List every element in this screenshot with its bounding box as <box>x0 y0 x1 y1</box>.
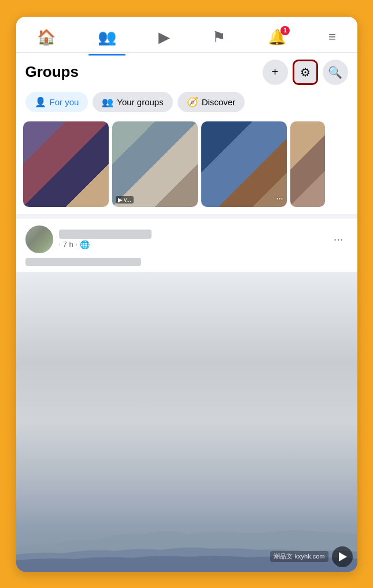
nav-menu[interactable]: ≡ <box>319 26 345 48</box>
section-divider <box>16 214 357 219</box>
thumbnails-section: ▶ v... ··· <box>16 118 357 214</box>
gear-icon: ⚙ <box>300 65 311 79</box>
header-actions: + ⚙ 🔍 <box>263 60 348 85</box>
tab-your-groups[interactable]: 👥 Your groups <box>93 92 172 112</box>
person-icon: 👤 <box>35 97 46 108</box>
thumbnail-overlay-label: ▶ v... <box>116 196 134 204</box>
nav-home[interactable]: 🏠 <box>28 25 65 50</box>
watch-icon: ▶ <box>158 28 170 46</box>
post-image: 潮品文 kxyhk.com <box>16 272 357 572</box>
watermark: 潮品文 kxyhk.com <box>270 546 352 567</box>
tab-for-you[interactable]: 👤 For you <box>25 92 88 112</box>
post-header: · 7 h · 🌐 ··· <box>16 219 357 257</box>
group-thumbnail-4[interactable] <box>290 121 325 207</box>
avatar <box>25 225 53 253</box>
post-time: · 7 h · <box>59 240 78 249</box>
tab-discover[interactable]: 🧭 Discover <box>178 92 245 112</box>
group-thumbnail-2[interactable]: ▶ v... <box>112 121 198 207</box>
watermark-text: 潮品文 kxyhk.com <box>270 551 328 562</box>
page-header: Groups + ⚙ 🔍 <box>16 53 357 90</box>
search-icon: 🔍 <box>328 65 342 79</box>
nav-watch[interactable]: ▶ <box>149 25 179 50</box>
notification-badge: 1 <box>280 26 290 35</box>
post-text-blurred <box>25 258 141 266</box>
groups-tab-icon: 👥 <box>102 97 113 108</box>
play-triangle-icon <box>339 552 347 561</box>
post-meta: · 7 h · 🌐 <box>59 240 152 249</box>
play-button[interactable] <box>332 546 353 567</box>
post-card: · 7 h · 🌐 ··· 潮品文 kxyhk.com <box>16 219 357 572</box>
phone-frame: 🏠 👥 ▶ ⚑ 🔔 1 ≡ Groups + ⚙ 🔍 <box>16 17 357 572</box>
group-thumbnail-1[interactable] <box>23 121 109 207</box>
post-more-button[interactable]: ··· <box>329 230 348 248</box>
search-button[interactable]: 🔍 <box>323 60 348 85</box>
home-icon: 🏠 <box>37 28 56 46</box>
settings-button[interactable]: ⚙ <box>293 60 318 85</box>
globe-icon: 🌐 <box>80 240 90 249</box>
nav-groups[interactable]: 👥 <box>88 25 125 50</box>
author-info: · 7 h · 🌐 <box>59 230 152 249</box>
compass-icon: 🧭 <box>187 97 198 108</box>
tab-for-you-label: For you <box>50 97 79 107</box>
page-title: Groups <box>25 63 79 81</box>
nav-notifications[interactable]: 🔔 1 <box>258 25 296 50</box>
add-group-button[interactable]: + <box>263 60 288 85</box>
tab-discover-label: Discover <box>202 97 235 107</box>
nav-flag[interactable]: ⚑ <box>203 25 235 50</box>
thumbnail-more-icon: ··· <box>276 194 283 204</box>
tab-your-groups-label: Your groups <box>117 97 163 107</box>
groups-icon: 👥 <box>98 28 116 46</box>
nav-bar: 🏠 👥 ▶ ⚑ 🔔 1 ≡ <box>16 17 357 53</box>
post-author: · 7 h · 🌐 <box>25 225 152 253</box>
flag-icon: ⚑ <box>212 28 226 46</box>
group-thumbnail-3[interactable]: ··· <box>201 121 287 207</box>
tab-bar: 👤 For you 👥 Your groups 🧭 Discover <box>16 90 357 118</box>
menu-icon: ≡ <box>328 29 336 45</box>
author-name-blurred <box>59 230 152 239</box>
